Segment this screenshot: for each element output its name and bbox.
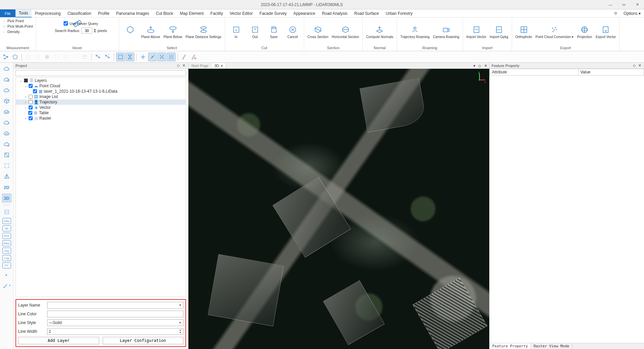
compute-normals-button[interactable]: Compute Normals bbox=[365, 24, 394, 39]
close-icon[interactable]: ✕ bbox=[220, 64, 223, 68]
gear-icon[interactable]: ⚙ bbox=[611, 11, 620, 15]
horizontal-section-button[interactable]: Horizontal Section bbox=[331, 24, 360, 39]
point-cloud-conversion-button[interactable]: Point Cloud Conversion ▾ bbox=[535, 24, 574, 39]
box-icon[interactable] bbox=[2, 150, 12, 160]
tree-layers[interactable]: ⌄☰Layers bbox=[16, 78, 186, 83]
file-menu[interactable]: File bbox=[0, 9, 15, 17]
options-menu[interactable]: Options ▾ bbox=[620, 11, 644, 16]
tree-vector[interactable]: ›◈Vector bbox=[16, 105, 186, 110]
ortho-button[interactable]: Ortho bbox=[2, 218, 11, 224]
cut-in-button[interactable]: In bbox=[228, 24, 245, 39]
pano-button[interactable]: Pano bbox=[2, 240, 11, 246]
trajectory-roaming-button[interactable]: Trajectory Roaming bbox=[400, 24, 430, 39]
panel-float-icon[interactable]: ◇ bbox=[176, 63, 181, 68]
search-radius-input[interactable] bbox=[81, 28, 92, 34]
plane-below-button[interactable]: Plane Below bbox=[163, 24, 183, 39]
tab-start-page[interactable]: Start Page bbox=[188, 63, 212, 68]
selection-add-icon[interactable]: + bbox=[103, 53, 112, 61]
hexagon-tool-button[interactable] bbox=[122, 24, 139, 39]
cloud-del-icon[interactable] bbox=[2, 139, 12, 149]
snap-point-icon[interactable] bbox=[148, 53, 157, 61]
tab-facade-survey[interactable]: Facade Survey bbox=[256, 10, 290, 17]
tab-profile[interactable]: Profile bbox=[95, 10, 113, 17]
view-float-icon[interactable]: ◇ bbox=[477, 64, 482, 68]
tool-pick-cancel-icon[interactable] bbox=[189, 53, 198, 61]
probe-icon[interactable]: ▾ bbox=[2, 281, 12, 290]
v3d-button[interactable]: 3D bbox=[2, 225, 11, 231]
tab-facility[interactable]: Facility bbox=[207, 10, 226, 17]
project-search-input[interactable] bbox=[15, 70, 186, 76]
cloud2-icon[interactable] bbox=[2, 86, 12, 95]
camera-roaming-button[interactable]: Camera Roaming bbox=[432, 24, 460, 39]
chart-icon[interactable] bbox=[2, 207, 12, 217]
cloud-gear-icon[interactable] bbox=[2, 75, 12, 84]
shape-cylinder-icon[interactable] bbox=[80, 53, 89, 61]
layer-name-select[interactable]: ▼ bbox=[47, 302, 183, 309]
view-menu-icon[interactable]: ▾ bbox=[472, 64, 477, 68]
tree-raster[interactable]: ›▦Raster bbox=[16, 116, 186, 121]
pick-point-button[interactable]: ⁘Pick Point bbox=[3, 19, 24, 23]
line-style-select[interactable]: —Solid▼ bbox=[47, 319, 183, 326]
expand-left-icon[interactable]: ▸ bbox=[2, 270, 12, 279]
tree-trajectory[interactable]: ›👤Trajectory bbox=[16, 99, 186, 105]
view-close-icon[interactable]: ✕ bbox=[482, 64, 489, 68]
export-vector-button[interactable]: Export Vector bbox=[595, 24, 616, 39]
tab-raster-view-mode[interactable]: Raster View Mode bbox=[531, 343, 572, 349]
feat-close-icon[interactable]: ✕ bbox=[637, 63, 642, 68]
cut-save-button[interactable]: Save bbox=[265, 24, 282, 39]
tool-node-icon[interactable] bbox=[1, 53, 10, 61]
density-button[interactable]: ∴Density bbox=[3, 29, 20, 34]
plane-above-button[interactable]: Plane Above bbox=[141, 24, 161, 39]
tab-3d-view[interactable]: 3D✕ bbox=[212, 63, 226, 68]
tree-point-cloud[interactable]: ⌄☁Point Cloud bbox=[16, 83, 186, 89]
tab-panorama-images[interactable]: Panorama Images bbox=[113, 10, 152, 17]
cross-section-button[interactable]: Cross Section bbox=[307, 24, 329, 39]
snap-cross-icon[interactable] bbox=[139, 53, 147, 61]
tab-cut-block[interactable]: Cut Block bbox=[152, 10, 176, 17]
cloud-hand-icon[interactable] bbox=[2, 118, 12, 127]
minimize-button[interactable]: — bbox=[604, 0, 617, 9]
tree-table[interactable]: ⊞Table bbox=[16, 110, 186, 116]
pt-button[interactable]: PT bbox=[2, 262, 11, 268]
tab-map-element[interactable]: Map Element bbox=[177, 10, 207, 17]
log-button[interactable]: Log bbox=[2, 255, 11, 261]
cloud-edl-icon[interactable]: EDL bbox=[2, 129, 12, 138]
tab-road-analysis[interactable]: Road Analysis bbox=[319, 10, 351, 17]
shape-sphere-icon[interactable] bbox=[43, 53, 51, 61]
mode-hourglass-icon[interactable] bbox=[126, 53, 134, 61]
close-button[interactable]: ✕ bbox=[631, 0, 644, 9]
shape-circle-icon[interactable] bbox=[52, 53, 61, 61]
tree-image-list[interactable]: ›🖼Image List bbox=[16, 94, 186, 99]
tab-urban-forestry[interactable]: Urban Forestry bbox=[382, 10, 416, 17]
projection-button[interactable]: Projection bbox=[576, 24, 593, 39]
radius-spinner[interactable]: ▲▼ bbox=[94, 28, 96, 33]
tab-feature-property[interactable]: Feature Property bbox=[490, 343, 531, 349]
pyramid-icon[interactable] bbox=[2, 172, 12, 181]
tab-preprocessing[interactable]: Preprocessing bbox=[32, 10, 64, 17]
cube-icon[interactable] bbox=[2, 96, 12, 106]
tab-appearance[interactable]: Appearance bbox=[290, 10, 319, 17]
tab-tools[interactable]: Tools bbox=[15, 9, 32, 18]
3d-button[interactable]: 3D bbox=[2, 193, 12, 203]
snap-multi-icon[interactable] bbox=[167, 53, 176, 61]
tool-pick-icon[interactable] bbox=[180, 53, 189, 61]
maximize-button[interactable]: ▭ bbox=[617, 0, 631, 9]
selection-subtract-icon[interactable]: − bbox=[94, 53, 102, 61]
mode-rect-icon[interactable] bbox=[116, 53, 125, 61]
layer-configuration-button[interactable]: Layer Configuration bbox=[103, 337, 184, 344]
shape-line-icon[interactable] bbox=[71, 53, 80, 61]
panel-close-icon[interactable]: ✕ bbox=[181, 63, 186, 68]
tool-polygon-icon[interactable] bbox=[11, 53, 20, 61]
snap-grid-icon[interactable] bbox=[157, 53, 166, 61]
pick-multipoint-button[interactable]: ⁙Pick Multi-Point bbox=[3, 24, 33, 29]
use-hover-checkbox[interactable] bbox=[64, 21, 68, 26]
3d-viewport[interactable]: y x bbox=[188, 69, 489, 349]
shape-pentagon-icon[interactable] bbox=[33, 53, 42, 61]
tab-road-surface[interactable]: Road Surface bbox=[351, 10, 382, 17]
tab-vector-editor[interactable]: Vector Editor bbox=[226, 10, 256, 17]
cloud-rgb-icon[interactable]: RGB bbox=[2, 107, 12, 117]
plane-distance-button[interactable]: Plane Distance Settings bbox=[185, 24, 222, 39]
cut-out-button[interactable]: Out bbox=[247, 24, 263, 39]
2d-button[interactable]: 2D bbox=[2, 183, 12, 192]
cut-cancel-button[interactable]: Cancel bbox=[284, 24, 301, 39]
